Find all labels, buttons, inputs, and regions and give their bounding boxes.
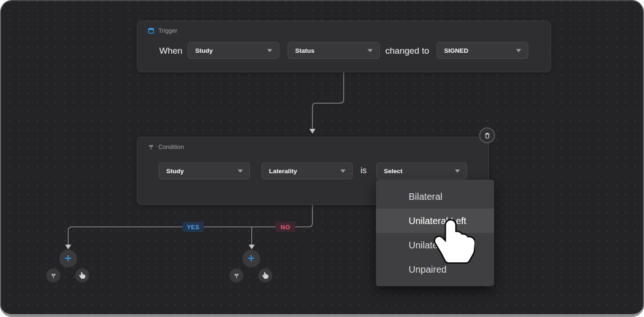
- condition-entity-value: Study: [166, 168, 184, 175]
- add-action-yes-button[interactable]: [75, 268, 89, 282]
- add-condition-yes-button[interactable]: [46, 268, 60, 282]
- trigger-node[interactable]: Trigger When Study Status changed to SIG…: [137, 21, 551, 72]
- condition-value-dropdown[interactable]: Select: [376, 162, 467, 179]
- add-step-no-button[interactable]: +: [242, 250, 260, 268]
- delete-node-button[interactable]: [479, 127, 495, 143]
- arrowhead-icon: [65, 245, 71, 249]
- branch-icon: [148, 143, 155, 150]
- trigger-when-text: When: [159, 46, 183, 56]
- branch-icon: [233, 272, 240, 279]
- menu-item-unilateral-left[interactable]: Unilateral Left: [376, 209, 494, 233]
- menu-item-unpaired[interactable]: Unpaired: [376, 257, 494, 282]
- plus-icon: +: [64, 252, 72, 265]
- workflow-canvas[interactable]: Trigger When Study Status changed to SIG…: [0, 0, 644, 317]
- add-condition-no-button[interactable]: [229, 268, 243, 282]
- plus-icon: +: [248, 252, 255, 265]
- trigger-node-header: Trigger: [148, 27, 177, 34]
- trigger-value-dropdown[interactable]: SIGNED: [437, 42, 528, 59]
- condition-node-title: Condition: [158, 143, 184, 150]
- trigger-value: SIGNED: [444, 47, 468, 54]
- trigger-field-value: Status: [295, 47, 314, 54]
- trigger-node-title: Trigger: [158, 27, 177, 34]
- condition-field-dropdown[interactable]: Laterality: [262, 162, 353, 179]
- laterality-options-menu: Bilateral Unilateral Left Unilateral Rig…: [376, 180, 494, 286]
- trigger-field-dropdown[interactable]: Status: [288, 42, 380, 59]
- trigger-entity-value: Study: [195, 47, 213, 54]
- chevron-down-icon: [455, 169, 460, 173]
- arrowhead-icon: [249, 245, 255, 249]
- trash-icon: [483, 132, 491, 140]
- menu-item-unilateral-right[interactable]: Unilateral Right: [376, 233, 494, 257]
- condition-is-text: is: [361, 166, 367, 176]
- chevron-down-icon: [368, 49, 373, 52]
- workflow-builder: Trigger When Study Status changed to SIG…: [0, 0, 644, 317]
- tap-hand-icon: [79, 272, 85, 279]
- add-action-no-button[interactable]: [258, 268, 272, 282]
- yes-branch-badge: YES: [183, 222, 204, 232]
- menu-item-bilateral[interactable]: Bilateral: [376, 184, 494, 209]
- condition-entity-dropdown[interactable]: Study: [159, 162, 250, 179]
- chevron-down-icon: [516, 49, 521, 52]
- branch-icon: [50, 272, 57, 279]
- arrowhead-icon: [310, 129, 316, 134]
- tap-hand-icon: [262, 272, 269, 279]
- trigger-changed-to-text: changed to: [385, 46, 429, 56]
- trigger-entity-dropdown[interactable]: Study: [188, 42, 279, 59]
- chevron-down-icon: [238, 169, 243, 173]
- condition-node-header: Condition: [148, 143, 184, 150]
- condition-value-placeholder: Select: [384, 168, 403, 175]
- condition-field-value: Laterality: [269, 168, 297, 175]
- calendar-icon: [148, 27, 155, 34]
- chevron-down-icon: [267, 49, 272, 52]
- no-branch-badge: NO: [276, 222, 295, 232]
- chevron-down-icon: [340, 169, 346, 173]
- add-step-yes-button[interactable]: +: [59, 250, 77, 268]
